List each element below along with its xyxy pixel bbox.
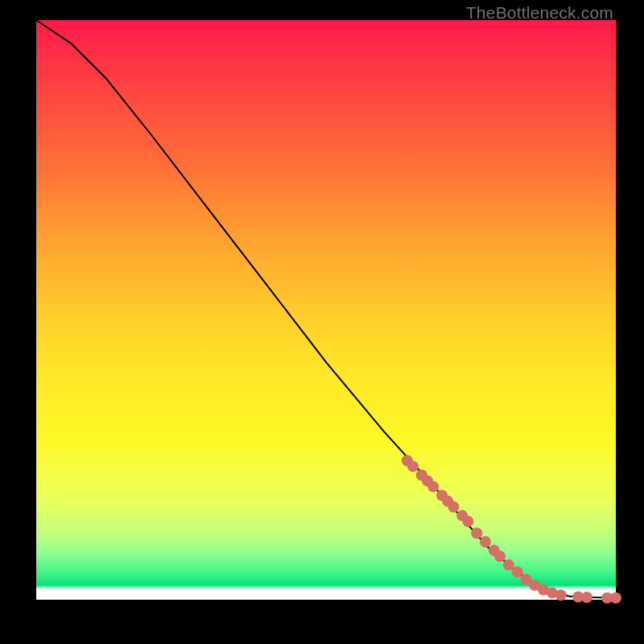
curve-layer [36,20,616,600]
data-marker [512,566,523,577]
chart-stage: TheBottleneck.com [0,0,644,644]
data-marker [427,481,439,493]
plot-area [36,20,616,600]
data-marker [610,592,621,604]
data-marker [555,589,567,601]
data-marker [581,592,592,603]
data-marker [407,460,419,472]
data-marker [471,527,482,539]
data-marker [448,502,459,513]
data-marker [462,516,473,527]
data-marker [494,551,506,562]
data-marker [480,536,491,547]
marker-group [402,455,621,604]
bottleneck-curve [36,20,616,598]
